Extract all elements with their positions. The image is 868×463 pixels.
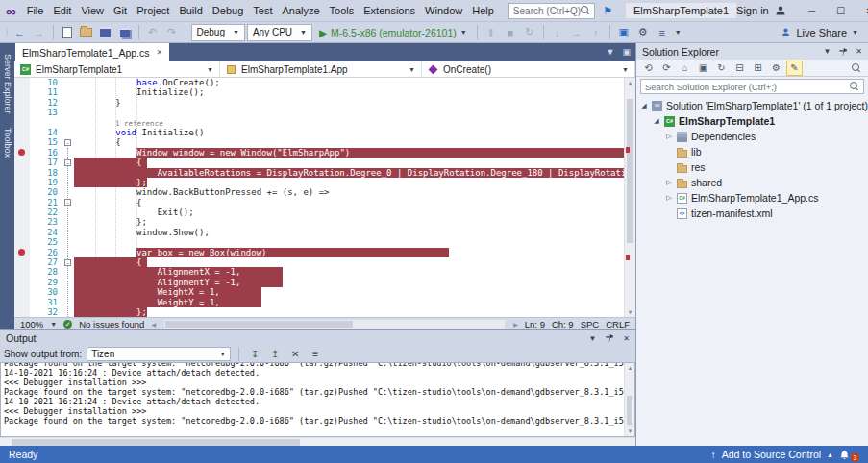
code-line[interactable]: 12 }: [14, 98, 624, 108]
close-panel-icon[interactable]: ✕: [856, 47, 862, 56]
code-line[interactable]: 14 void Initialize(): [14, 128, 624, 137]
editor-vertical-scrollbar[interactable]: ▲ ▼: [624, 78, 635, 317]
refresh-icon[interactable]: ↻: [713, 61, 730, 76]
breakpoint-margin[interactable]: [14, 228, 30, 237]
code-line[interactable]: 17- {: [14, 158, 624, 167]
outline-margin[interactable]: [62, 78, 74, 87]
breakpoint-margin[interactable]: [14, 78, 30, 87]
code-editor[interactable]: 10 base.OnCreate();11 Initialize();12 }1…: [14, 78, 635, 317]
outline-margin[interactable]: [62, 217, 74, 227]
code-line[interactable]: 20 window.BackButtonPressed += (s, e) =>: [14, 187, 624, 197]
close-tab-icon[interactable]: ✕: [157, 48, 163, 57]
breakpoint-margin[interactable]: [14, 178, 30, 187]
outline-margin[interactable]: [62, 287, 74, 297]
collapsed-icon[interactable]: ▷: [665, 133, 673, 140]
forward-icon[interactable]: ⟳: [658, 61, 675, 76]
output-vertical-scrollbar[interactable]: ▲ ▼: [624, 362, 635, 437]
breakpoint-margin[interactable]: [14, 248, 30, 257]
home-icon[interactable]: ⌂: [677, 61, 693, 76]
code-line[interactable]: 32 };: [14, 307, 624, 317]
breakpoint-margin[interactable]: [14, 137, 30, 147]
breakpoint-margin[interactable]: [14, 217, 30, 227]
code-line[interactable]: 23 };: [14, 217, 624, 227]
collapse-region-icon[interactable]: -: [64, 199, 71, 206]
outline-margin[interactable]: [62, 207, 74, 217]
outline-margin[interactable]: [62, 168, 74, 178]
breakpoint-margin[interactable]: [14, 187, 30, 197]
switch-views-icon[interactable]: ▣: [695, 61, 711, 76]
breakpoint-margin[interactable]: [14, 168, 30, 178]
tree-item-dependencies[interactable]: ▷Dependencies: [636, 129, 868, 144]
scrollbar-thumb[interactable]: [627, 99, 633, 243]
menu-item-build[interactable]: Build: [174, 2, 207, 19]
menu-item-debug[interactable]: Debug: [208, 2, 248, 19]
output-horizontal-scrollbar[interactable]: [0, 437, 635, 446]
code-line[interactable]: 15- {: [14, 137, 624, 147]
restart-icon[interactable]: ↻: [521, 24, 538, 41]
navigate-forward-icon[interactable]: →: [31, 24, 48, 41]
breakpoint-margin[interactable]: [14, 257, 30, 267]
open-file-icon[interactable]: [78, 24, 95, 41]
side-tab-toolbox[interactable]: Toolbox: [3, 121, 12, 164]
user-icon[interactable]: [775, 5, 786, 16]
redo-icon[interactable]: ↷: [163, 24, 181, 41]
tree-item-lib[interactable]: lib: [636, 144, 868, 159]
tree-item-tizen-manifest-xml[interactable]: tizen-manifest.xml: [636, 206, 868, 221]
add-to-source-control-button[interactable]: Add to Source Control: [722, 449, 821, 460]
tab-list-dropdown-icon[interactable]: ▼: [607, 47, 615, 57]
output-scroll-start-icon[interactable]: ↥: [267, 347, 283, 361]
panel-position-icon[interactable]: ▼: [823, 47, 831, 56]
tree-item-elmsharptemplate1[interactable]: ◢ElmSharpTemplate1: [636, 113, 868, 129]
project-dropdown[interactable]: ElmSharpTemplate1 ▼: [14, 61, 220, 77]
code-line[interactable]: 16 Window window = new Window("ElmSharpA…: [14, 148, 624, 158]
new-file-icon[interactable]: [59, 24, 76, 41]
save-all-icon[interactable]: [116, 24, 134, 41]
outline-margin[interactable]: [62, 108, 74, 117]
code-line[interactable]: 1 reference: [14, 118, 624, 128]
issues-status[interactable]: No issues found: [79, 319, 144, 329]
properties-icon[interactable]: ⚙: [768, 61, 784, 76]
breakpoint-margin[interactable]: [14, 198, 30, 207]
code-line[interactable]: 18 AvailableRotations = DisplayRotation.…: [14, 168, 624, 178]
outline-margin[interactable]: [62, 267, 74, 277]
outline-margin[interactable]: [62, 307, 74, 317]
live-share-button[interactable]: Live Share ▼: [781, 27, 864, 38]
run-target-dropdown-icon[interactable]: ▼: [460, 29, 467, 36]
breakpoint-margin[interactable]: [14, 237, 30, 247]
stop-icon[interactable]: ■: [502, 24, 519, 41]
clear-all-icon[interactable]: ✕: [287, 347, 303, 361]
breakpoint-indicator[interactable]: [18, 149, 25, 156]
code-line[interactable]: 29 AlignmentY = -1,: [14, 278, 624, 287]
menu-item-help[interactable]: Help: [467, 2, 499, 19]
outline-margin[interactable]: [62, 118, 74, 128]
side-tab-server-explorer[interactable]: Server Explorer: [3, 47, 12, 121]
collapse-region-icon[interactable]: -: [64, 139, 71, 146]
maximize-button[interactable]: ☐: [827, 0, 856, 21]
outline-margin[interactable]: -: [62, 137, 74, 147]
quick-search-input[interactable]: Search (Ctrl+Q): [508, 3, 595, 19]
code-line[interactable]: 27- {: [14, 257, 624, 267]
menu-item-git[interactable]: Git: [109, 2, 132, 19]
breakpoint-margin[interactable]: [14, 118, 30, 128]
step-into-icon[interactable]: ↓: [549, 24, 566, 41]
outline-margin[interactable]: -: [62, 198, 74, 207]
code-line[interactable]: 19 };: [14, 178, 624, 187]
solution-explorer-search-input[interactable]: Search Solution Explorer (Ctrl+;): [640, 79, 864, 94]
close-output-icon[interactable]: ✕: [623, 334, 630, 343]
tree-item-res[interactable]: res: [636, 159, 868, 175]
command-window-icon[interactable]: ⚙: [634, 24, 652, 41]
breakpoint-margin[interactable]: [14, 307, 30, 317]
breakpoint-margin[interactable]: [14, 287, 30, 297]
zoom-level-dropdown[interactable]: 100%: [20, 319, 43, 329]
float-window-icon[interactable]: ▣: [622, 47, 631, 57]
code-line[interactable]: 11 Initialize();: [14, 87, 624, 97]
step-over-icon[interactable]: →: [568, 24, 585, 41]
sign-in-link[interactable]: Sign in: [736, 5, 769, 16]
outline-margin[interactable]: [62, 298, 74, 307]
zoom-dropdown-icon[interactable]: ▼: [50, 321, 57, 328]
expanded-icon[interactable]: ◢: [653, 117, 660, 125]
breakpoint-indicator[interactable]: [18, 249, 25, 256]
collapse-region-icon[interactable]: -: [64, 259, 71, 266]
pin-icon[interactable]: [605, 333, 614, 343]
scroll-up-icon[interactable]: ▲: [625, 363, 635, 373]
